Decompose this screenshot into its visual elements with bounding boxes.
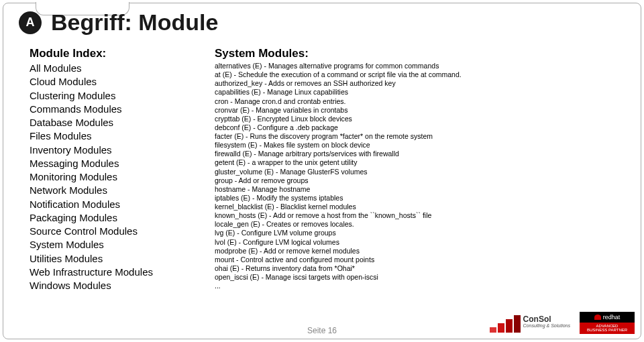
- consol-logo: ConSol Consulting & Solutions: [490, 315, 570, 333]
- module-index-item: Packaging Modules: [30, 211, 191, 225]
- module-index-item: Inventory Modules: [30, 144, 191, 157]
- module-index-item: Commands Modules: [30, 103, 191, 116]
- system-module-item: at (E) - Schedule the execution of a com…: [215, 70, 624, 79]
- system-module-item: known_hosts (E) - Add or remove a host f…: [215, 211, 624, 220]
- system-module-item: lvg (E) - Configure LVM volume groups: [215, 229, 624, 237]
- system-module-item: locale_gen (E) - Creates or removes loca…: [215, 220, 624, 229]
- redhat-bottom-row: ADVANCED BUSINESS PARTNER: [580, 323, 635, 334]
- redhat-name: redhat: [603, 314, 621, 321]
- module-index-list: All ModulesCloud ModulesClustering Modul…: [30, 62, 191, 292]
- system-module-item: lvol (E) - Configure LVM logical volumes: [215, 238, 624, 247]
- system-modules-list: alternatives (E) - Manages alternative p…: [215, 62, 624, 290]
- redhat-level: ADVANCED: [581, 324, 633, 329]
- system-module-item: authorized_key - Adds or removes an SSH …: [215, 79, 624, 88]
- consol-tagline: Consulting & Solutions: [523, 323, 570, 328]
- module-index-item: Messaging Modules: [30, 157, 191, 170]
- system-module-item: firewalld (E) - Manage arbitrary ports/s…: [215, 150, 624, 158]
- system-module-item: ...: [215, 282, 624, 290]
- module-index-item: Clustering Modules: [30, 89, 191, 103]
- module-index-item: Database Modules: [30, 116, 191, 129]
- system-modules-column: System Modules: alternatives (E) - Manag…: [215, 47, 624, 292]
- system-module-item: crypttab (E) - Encrypted Linux block dev…: [215, 115, 624, 123]
- module-index-item: Files Modules: [30, 129, 191, 143]
- redhat-top-row: redhat: [580, 312, 635, 323]
- redhat-partner-logo: redhat ADVANCED BUSINESS PARTNER: [580, 312, 635, 334]
- module-index-title: Module Index:: [30, 47, 191, 60]
- consol-name: ConSol: [523, 315, 570, 323]
- system-modules-title: System Modules:: [215, 47, 624, 60]
- system-module-item: iptables (E) - Modify the systems iptabl…: [215, 194, 624, 203]
- logo-glyph: A: [26, 15, 35, 30]
- module-index-item: Network Modules: [30, 184, 191, 197]
- system-module-item: ohai (E) - Returns inventory data from *…: [215, 264, 624, 273]
- module-index-item: Source Control Modules: [30, 225, 191, 238]
- system-module-item: cronvar (E) - Manage variables in cronta…: [215, 106, 624, 115]
- system-module-item: debconf (E) - Configure a .deb package: [215, 123, 624, 132]
- module-index-item: Cloud Modules: [30, 75, 191, 89]
- module-index-item: System Modules: [30, 238, 191, 251]
- system-module-item: gluster_volume (E) - Manage GlusterFS vo…: [215, 168, 624, 176]
- system-module-item: cron - Manage cron.d and crontab entries…: [215, 97, 624, 106]
- module-index-column: Module Index: All ModulesCloud ModulesCl…: [30, 47, 191, 292]
- system-module-item: group - Add or remove groups: [215, 176, 624, 185]
- module-index-item: Windows Modules: [30, 279, 191, 292]
- redhat-partner: BUSINESS PARTNER: [581, 328, 633, 333]
- system-module-item: kernel_blacklist (E) - Blacklist kernel …: [215, 203, 624, 211]
- system-module-item: facter (E) - Runs the discovery program …: [215, 132, 624, 141]
- system-module-item: modprobe (E) - Add or remove kernel modu…: [215, 247, 624, 255]
- system-module-item: mount - Control active and configured mo…: [215, 255, 624, 264]
- consol-text-block: ConSol Consulting & Solutions: [523, 315, 570, 328]
- system-module-item: filesystem (E) - Makes file system on bl…: [215, 141, 624, 150]
- system-module-item: hostname - Manage hostname: [215, 185, 624, 194]
- slide-content: Module Index: All ModulesCloud ModulesCl…: [30, 47, 624, 292]
- redhat-hat-icon: [594, 315, 601, 320]
- system-module-item: alternatives (E) - Manages alternative p…: [215, 62, 624, 70]
- page-title: Begriff: Module: [51, 9, 218, 36]
- module-index-item: Monitoring Modules: [30, 170, 191, 184]
- consol-bars-icon: [490, 315, 521, 333]
- module-index-item: Notification Modules: [30, 198, 191, 211]
- system-module-item: open_iscsi (E) - Manage iscsi targets wi…: [215, 273, 624, 282]
- system-module-item: getent (E) - a wrapper to the unix geten…: [215, 158, 624, 167]
- system-module-item: capabilities (E) - Manage Linux capabili…: [215, 88, 624, 97]
- ansible-logo-icon: A: [19, 11, 42, 34]
- slide-header: A Begriff: Module: [19, 9, 218, 36]
- module-index-item: Utilities Modules: [30, 252, 191, 266]
- module-index-item: Web Infrastructure Modules: [30, 266, 191, 279]
- module-index-item: All Modules: [30, 62, 191, 75]
